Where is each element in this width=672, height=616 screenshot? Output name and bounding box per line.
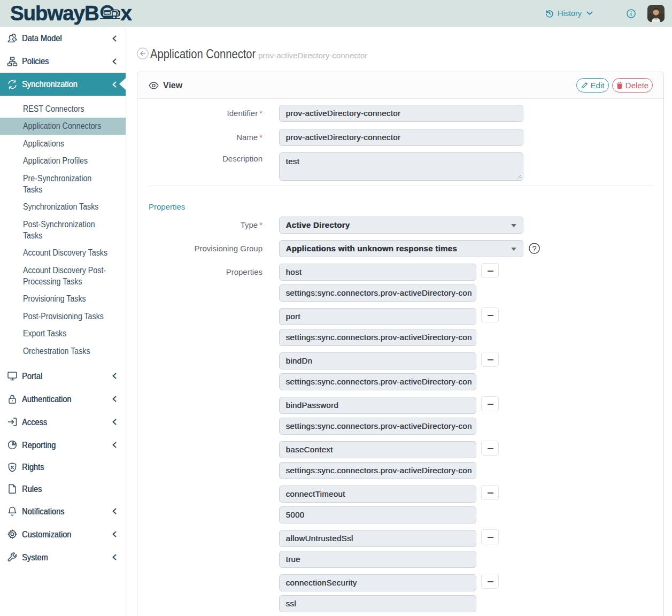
svg-text:?: ?: [532, 244, 536, 253]
